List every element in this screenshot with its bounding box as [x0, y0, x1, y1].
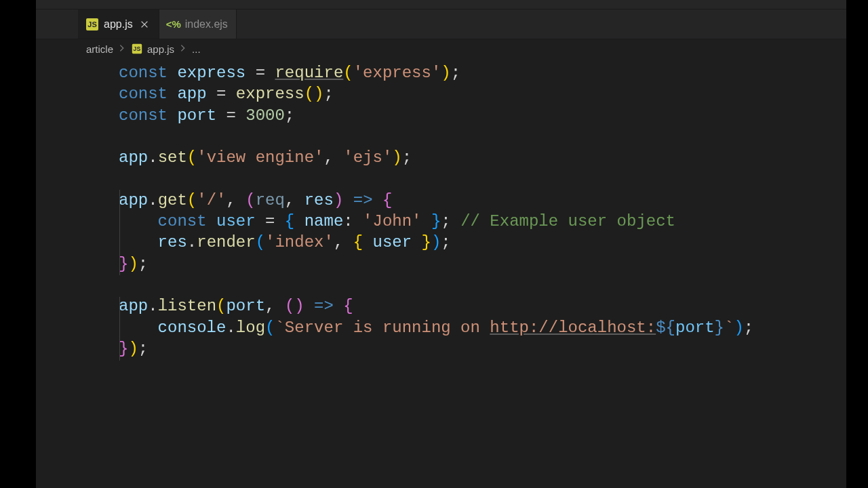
indent-guide [119, 297, 120, 361]
tab-label: app.js [104, 18, 133, 30]
breadcrumb-segment[interactable]: article [86, 43, 113, 55]
title-bar-stub [36, 0, 846, 9]
code-content[interactable]: const express = require('express'); cons… [119, 62, 846, 359]
ejs-file-icon: <% [167, 18, 180, 30]
tab-app-js[interactable]: JS app.js [78, 9, 159, 39]
breadcrumb-segment[interactable]: ... [192, 43, 201, 55]
tab-index-ejs[interactable]: <% index.ejs [159, 9, 237, 39]
tab-label: index.ejs [185, 18, 228, 30]
editor-window: JS app.js <% index.ejs article JS app.js… [36, 0, 846, 488]
js-file-icon: JS [132, 44, 142, 54]
js-file-icon: JS [86, 18, 98, 30]
indent-guide [119, 190, 120, 275]
chevron-right-icon [117, 43, 127, 55]
code-editor[interactable]: const express = require('express'); cons… [78, 58, 846, 488]
chevron-right-icon [178, 43, 188, 55]
tab-bar: JS app.js <% index.ejs [36, 9, 846, 39]
breadcrumb-segment[interactable]: app.js [147, 43, 174, 55]
breadcrumb[interactable]: article JS app.js ... [36, 39, 846, 58]
close-icon[interactable] [138, 18, 151, 30]
